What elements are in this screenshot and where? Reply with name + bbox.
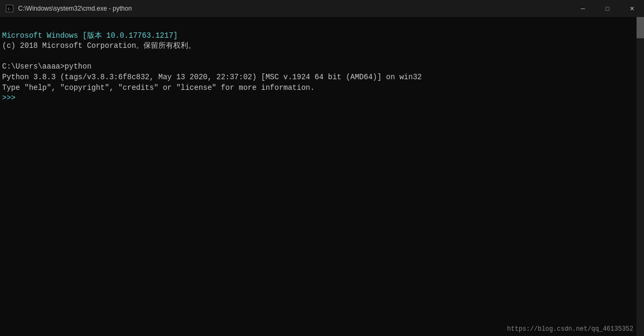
console-line6: Type "help", "copyright", "credits" or "… xyxy=(2,83,315,92)
console-line1: Microsoft Windows [版本 10.0.17763.1217] xyxy=(2,31,177,40)
minimize-button[interactable]: ─ xyxy=(571,0,595,17)
titlebar-controls: ─ □ ✕ xyxy=(571,0,644,17)
console-line4: C:\Users\aaaa>python xyxy=(2,62,91,71)
maximize-button[interactable]: □ xyxy=(595,0,620,17)
cmd-icon xyxy=(5,4,14,13)
window-title: C:\Windows\system32\cmd.exe - python xyxy=(18,5,132,12)
close-button[interactable]: ✕ xyxy=(620,0,644,17)
console-line2: (c) 2018 Microsoft Corporation。保留所有权利。 xyxy=(2,41,196,50)
titlebar: C:\Windows\system32\cmd.exe - python ─ □… xyxy=(0,0,644,17)
scrollbar-thumb[interactable] xyxy=(637,17,644,38)
titlebar-left: C:\Windows\system32\cmd.exe - python xyxy=(5,4,132,13)
scrollbar[interactable] xyxy=(637,17,644,336)
console-output: Microsoft Windows [版本 10.0.17763.1217] (… xyxy=(2,20,642,114)
window: C:\Windows\system32\cmd.exe - python ─ □… xyxy=(0,0,644,336)
console-prompt: >>> xyxy=(2,94,20,102)
console-area[interactable]: Microsoft Windows [版本 10.0.17763.1217] (… xyxy=(0,17,644,336)
watermark: https://blog.csdn.net/qq_46135352 xyxy=(507,325,633,333)
console-line5: Python 3.8.3 (tags/v3.8.3:6f8c832, May 1… xyxy=(2,73,422,81)
